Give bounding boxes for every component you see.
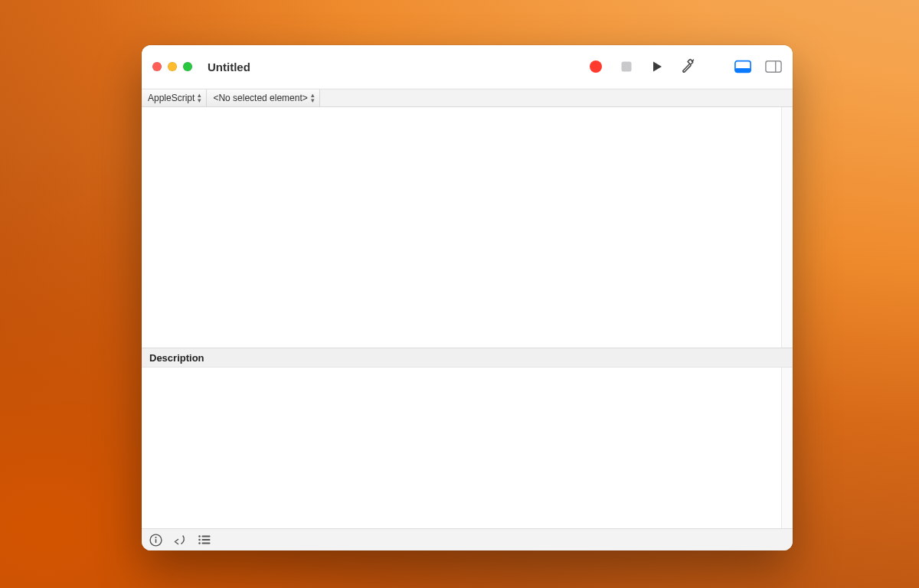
svg-rect-4	[735, 68, 751, 72]
toolbar	[587, 58, 782, 75]
zoom-window-button[interactable]	[183, 62, 192, 71]
element-picker[interactable]: <No selected element> ▴▾	[207, 90, 319, 106]
titlebar: Untitled	[142, 45, 793, 89]
description-text-area[interactable]	[142, 368, 781, 528]
log-pane-icon	[734, 60, 751, 74]
side-panel-icon	[765, 60, 782, 74]
description-header: Description	[142, 348, 793, 368]
editor-area	[142, 107, 793, 348]
window-controls	[152, 62, 192, 71]
hammer-icon	[679, 58, 696, 75]
status-bar	[142, 528, 793, 550]
record-icon	[589, 60, 603, 74]
minimize-window-button[interactable]	[168, 62, 177, 71]
svg-point-14	[198, 542, 201, 544]
accessibility-inspector-button[interactable]	[148, 532, 163, 547]
description-header-label: Description	[149, 352, 204, 364]
svg-rect-15	[202, 543, 211, 544]
close-window-button[interactable]	[152, 62, 162, 71]
list-icon	[198, 534, 211, 545]
stop-button[interactable]	[618, 58, 635, 75]
toggle-side-panel-button[interactable]	[765, 58, 782, 75]
svg-point-0	[590, 60, 602, 73]
svg-point-12	[198, 539, 201, 541]
svg-point-8	[155, 536, 156, 537]
reply-arrow-icon	[173, 534, 187, 546]
script-editor-textarea[interactable]	[142, 107, 781, 348]
element-picker-label: <No selected element>	[213, 93, 307, 103]
svg-rect-13	[202, 539, 211, 541]
vertical-scrollbar[interactable]	[781, 107, 793, 348]
script-editor-window: Untitled	[142, 45, 793, 550]
compile-button[interactable]	[679, 58, 696, 75]
vertical-scrollbar[interactable]	[781, 368, 793, 528]
svg-rect-5	[766, 61, 781, 73]
description-pane	[142, 368, 793, 528]
svg-rect-9	[155, 539, 156, 543]
show-events-button[interactable]	[197, 532, 212, 547]
window-title: Untitled	[208, 60, 250, 74]
navigation-bar: AppleScript ▴▾ <No selected element> ▴▾	[142, 89, 793, 107]
show-replies-button[interactable]	[172, 532, 188, 547]
stop-icon	[620, 60, 633, 73]
svg-rect-1	[622, 62, 632, 72]
record-button[interactable]	[587, 58, 604, 75]
chevron-updown-icon: ▴▾	[198, 93, 201, 103]
language-picker-label: AppleScript	[148, 93, 195, 103]
run-button[interactable]	[649, 58, 666, 75]
svg-point-10	[198, 535, 201, 537]
svg-rect-11	[202, 536, 211, 537]
show-log-button[interactable]	[734, 58, 751, 75]
info-circle-icon	[149, 534, 162, 547]
language-picker[interactable]: AppleScript ▴▾	[142, 90, 207, 106]
chevron-updown-icon: ▴▾	[311, 93, 315, 103]
play-icon	[650, 60, 664, 74]
